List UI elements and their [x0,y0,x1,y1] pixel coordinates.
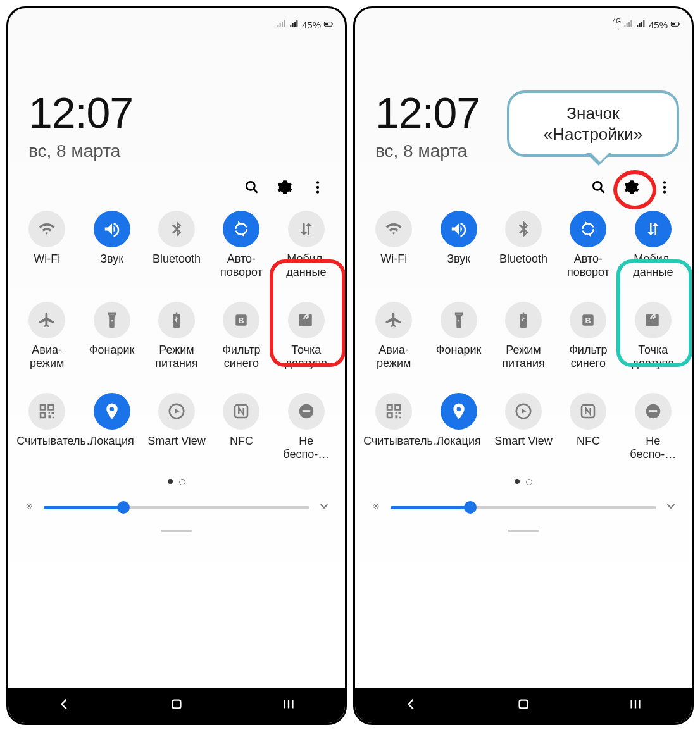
nfc-icon[interactable] [570,393,606,430]
qs-tile-label: Авиа-режим [16,344,77,370]
qs-tile[interactable]: Фонарик [426,302,491,370]
smartview-icon[interactable] [505,393,542,430]
nav-bar [355,688,692,723]
nav-bar [8,688,345,723]
qs-tile[interactable]: Точка доступа [274,302,339,370]
qs-tile[interactable]: Авиа-режим [361,302,426,370]
qs-tile[interactable]: Bluetooth [491,211,556,279]
qr-icon[interactable] [375,393,412,430]
qs-tile-label: Wi-Fi [16,252,77,279]
qs-tile[interactable]: Фильтр синего [209,302,273,370]
search-icon[interactable] [244,179,260,195]
location-icon[interactable] [441,393,477,430]
qs-tile-label: Локация [82,435,142,461]
bluetooth-icon[interactable] [158,211,195,247]
brightness-slider[interactable] [44,506,309,509]
page-dots[interactable] [355,479,692,485]
battery-icon[interactable] [505,302,542,338]
qs-tile[interactable]: NFC [556,393,620,461]
back-button[interactable] [58,697,72,714]
qs-tile[interactable]: Считыватель… [361,393,426,461]
brightness-icon [22,499,36,516]
bluefilter-icon[interactable] [570,302,606,338]
sound-icon[interactable] [94,211,130,247]
dnd-icon[interactable] [288,393,325,430]
qs-tile[interactable]: Не беспо-… [621,393,685,461]
qs-tile-label: Точка доступа [276,344,337,370]
qs-tile-label: Считыватель… [363,435,424,461]
recents-button[interactable] [282,697,296,714]
qs-tile[interactable]: Режим питания [491,302,556,370]
bluetooth-icon[interactable] [505,211,542,247]
dnd-icon[interactable] [635,393,672,430]
qs-tile[interactable]: Smart View [144,393,209,461]
chevron-down-icon[interactable] [317,499,331,516]
drag-handle[interactable] [508,530,539,532]
more-icon[interactable] [656,179,673,195]
brightness-icon [369,499,383,516]
qs-tile[interactable]: Smart View [491,393,556,461]
wifi-icon[interactable] [28,211,65,247]
rotate-icon[interactable] [223,211,259,247]
qs-tile[interactable]: Мобил. данные [621,211,685,279]
home-button[interactable] [170,697,184,714]
qs-tile[interactable]: Локация [79,393,144,461]
qs-tile[interactable]: Wi-Fi [361,211,426,279]
data-icon[interactable] [635,211,672,247]
more-icon[interactable] [309,179,326,195]
chevron-down-icon[interactable] [664,499,678,516]
airplane-icon[interactable] [375,302,412,338]
recents-button[interactable] [628,697,642,714]
qs-tile[interactable]: Точка доступа [621,302,685,370]
brightness-slider[interactable] [391,506,656,509]
drag-handle[interactable] [161,530,192,532]
qs-tile-label: Фильтр синего [211,344,272,370]
phone-screen: 45% 12:07 вс, 8 марта Wi-Fi Звук Bluetoo… [6,6,347,725]
qs-tile-label: Звук [428,252,489,279]
qs-tile[interactable]: Считыватель… [15,393,79,461]
brightness-row [8,485,345,516]
flashlight-icon[interactable] [441,302,477,338]
location-icon[interactable] [94,393,130,430]
nfc-icon[interactable] [223,393,259,430]
qs-tile[interactable]: Звук [426,211,491,279]
hotspot-icon[interactable] [635,302,672,338]
home-button[interactable] [516,697,530,714]
battery-icon [670,19,680,31]
qs-tile[interactable]: NFC [209,393,273,461]
qr-icon[interactable] [28,393,65,430]
wifi-icon[interactable] [375,211,412,247]
qs-tile[interactable]: Bluetooth [144,211,209,279]
qs-tile[interactable]: Звук [79,211,144,279]
rotate-icon[interactable] [570,211,606,247]
back-button[interactable] [404,697,418,714]
battery-icon[interactable] [158,302,195,338]
qs-tile[interactable]: Локация [426,393,491,461]
search-icon[interactable] [591,179,607,195]
qs-tile[interactable]: Авиа-режим [15,302,79,370]
qs-tile[interactable]: Фильтр синего [556,302,620,370]
qs-tile-label: Мобил. данные [276,252,337,279]
clock-header: 12:07 вс, 8 марта [8,37,345,161]
qs-tile[interactable]: Авто-поворот [209,211,273,279]
gear-icon[interactable] [277,179,293,195]
qs-tile-label: Bluetooth [146,252,207,279]
bluefilter-icon[interactable] [223,302,259,338]
quick-settings-grid: Wi-Fi Звук Bluetooth Авто-поворот Мобил.… [8,202,345,461]
qs-tile[interactable]: Фонарик [79,302,144,370]
smartview-icon[interactable] [158,393,195,430]
hotspot-icon[interactable] [288,302,325,338]
qs-tile[interactable]: Не беспо-… [274,393,339,461]
gear-icon[interactable] [623,179,640,195]
data-icon[interactable] [288,211,325,247]
flashlight-icon[interactable] [94,302,130,338]
dot-active [168,479,173,484]
battery-text: 45% [302,20,321,30]
airplane-icon[interactable] [28,302,65,338]
qs-tile[interactable]: Мобил. данные [274,211,339,279]
sound-icon[interactable] [441,211,477,247]
qs-tile[interactable]: Режим питания [144,302,209,370]
qs-tile[interactable]: Авто-поворот [556,211,620,279]
page-dots[interactable] [8,479,345,485]
qs-tile[interactable]: Wi-Fi [15,211,79,279]
